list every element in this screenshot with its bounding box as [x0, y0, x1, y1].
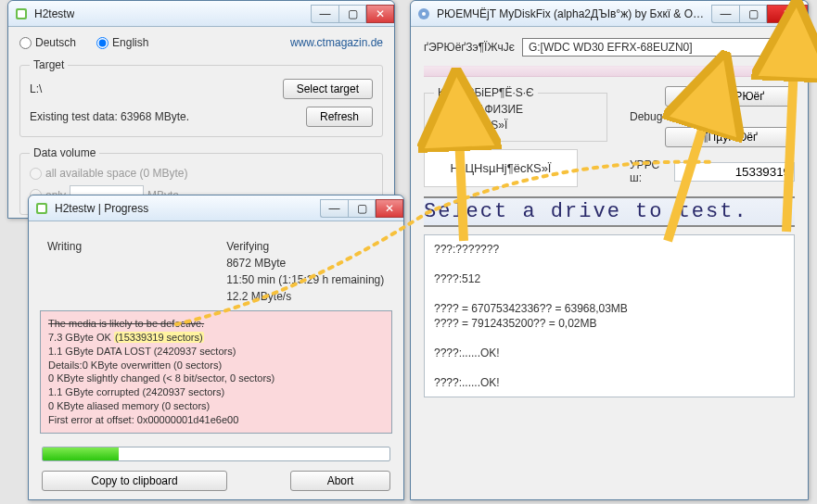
- maximize-button[interactable]: ▢: [348, 199, 376, 218]
- scan-fix-button[interactable]: ЙёГи & РЮёґ: [665, 86, 795, 107]
- verifying-time: 11:50 min (1:15:29 h remaining): [226, 273, 384, 286]
- disk-icon: [416, 6, 431, 21]
- lang-english-radio[interactable]: English: [96, 36, 148, 49]
- copy-clipboard-button[interactable]: Copy to clipboard: [42, 471, 227, 491]
- svg-point-5: [422, 12, 426, 16]
- radio-opt-2-label: µНј¶ёсКЅ»Ї: [450, 119, 507, 132]
- window-title: H2testw | Progress: [55, 202, 148, 215]
- drive-value: G:[WDC WD30 EFRX-68EUZN0]: [529, 41, 693, 54]
- minimize-button[interactable]: —: [320, 199, 348, 218]
- result-log-box: The media is likely to be defective.7.3 …: [40, 310, 392, 434]
- abort-button[interactable]: Abort: [290, 471, 390, 491]
- close-button[interactable]: ✕: [767, 5, 808, 23]
- sectors-input[interactable]: [674, 162, 795, 182]
- sectors-label: УРРС ш:: [630, 158, 665, 184]
- window-h2testw: H2testw — ▢ ✕ Deutsch English www.ctmaga…: [7, 0, 395, 219]
- select-drive-heading: Select a drive to test.: [424, 196, 795, 227]
- data-volume-legend: Data volume: [30, 146, 99, 159]
- radio-opt-2[interactable]: µНј¶ёсКЅ»Ї: [434, 119, 507, 132]
- log-output-box: ???:??????? ????:512 ???? = 67075342336?…: [424, 234, 795, 397]
- dv-all-label: all available space (0 MByte): [45, 167, 187, 180]
- subbox: НЈЦНѕµНј¶ёсКЅ»Ї: [424, 149, 578, 187]
- alt-fix-button[interactable]: ¶ПµуРЮёґ: [665, 127, 795, 147]
- lang-deutsch-radio[interactable]: Deutsch: [19, 36, 76, 49]
- lang-deutsch-label: Deutsch: [35, 36, 76, 49]
- chevron-down-icon: ▼: [779, 43, 788, 53]
- mode-group: КµјКИЗБіЕР¶Ё·Ѕ·Є ИМЩАФИЗИЕ µНј¶ёсКЅ»Ї: [424, 86, 607, 142]
- radio-opt-1[interactable]: ИМЩАФИЗИЕ: [434, 103, 523, 116]
- writing-label: Writing: [47, 240, 82, 253]
- select-target-button[interactable]: Select target: [283, 79, 373, 99]
- target-group: Target L:\ Select target Existing test d…: [19, 58, 383, 137]
- drive-dropdown[interactable]: G:[WDC WD30 EFRX-68EUZN0] ▼: [522, 38, 795, 57]
- mode-legend: КµјКИЗБіЕР¶Ё·Ѕ·Є: [434, 86, 538, 99]
- app-icon: [14, 6, 29, 21]
- verifying-rate: 12.2 MByte/s: [226, 290, 384, 303]
- window-title: H2testw: [34, 7, 74, 20]
- window-progress: H2testw | Progress — ▢ ✕ Writing Verifyi…: [28, 195, 404, 500]
- titlebar-h2testw[interactable]: H2testw — ▢ ✕: [8, 1, 394, 27]
- progress-bar: [42, 447, 390, 461]
- radio-opt-1-label: ИМЩАФИЗИЕ: [450, 103, 523, 116]
- refresh-button[interactable]: Refresh: [306, 107, 373, 127]
- titlebar-mydiskfix[interactable]: РЮЕМЧЁјТ MyDiskFix (alpha2ДЪІв°ж) by Бхк…: [411, 1, 808, 27]
- existing-data-label: Existing test data: 63968 MByte.: [30, 110, 189, 123]
- progress-fill: [43, 447, 119, 460]
- maximize-button[interactable]: ▢: [739, 5, 767, 23]
- target-drive-label: L:\: [30, 82, 42, 95]
- verifying-size: 8672 MByte: [226, 257, 384, 270]
- maximize-button[interactable]: ▢: [338, 5, 366, 23]
- window-title: РЮЕМЧЁјТ MyDiskFix (alpha2ДЪІв°ж) by Бхк…: [437, 7, 706, 20]
- close-button[interactable]: ✕: [366, 5, 394, 23]
- lang-english-label: English: [112, 36, 148, 49]
- decorative-bar: [424, 66, 795, 77]
- minimize-button[interactable]: —: [311, 5, 338, 23]
- titlebar-progress[interactable]: H2testw | Progress — ▢ ✕: [29, 195, 403, 221]
- verifying-label: Verifying: [226, 240, 384, 253]
- svg-rect-1: [18, 10, 25, 18]
- site-link[interactable]: www.ctmagazin.de: [290, 36, 383, 49]
- target-legend: Target: [30, 58, 68, 71]
- svg-rect-3: [38, 205, 45, 212]
- dv-all-radio: all available space (0 MByte): [30, 167, 373, 180]
- app-icon: [34, 201, 49, 216]
- window-mydiskfix: РЮЕМЧЁјТ MyDiskFix (alpha2ДЪІв°ж) by Бхк…: [410, 0, 809, 500]
- debug-label: Debug: [630, 110, 662, 123]
- drive-label: ґЭРЮёґЗэ¶ЇЖчЈє: [424, 41, 515, 54]
- minimize-button[interactable]: —: [711, 5, 739, 23]
- close-button[interactable]: ✕: [376, 199, 403, 218]
